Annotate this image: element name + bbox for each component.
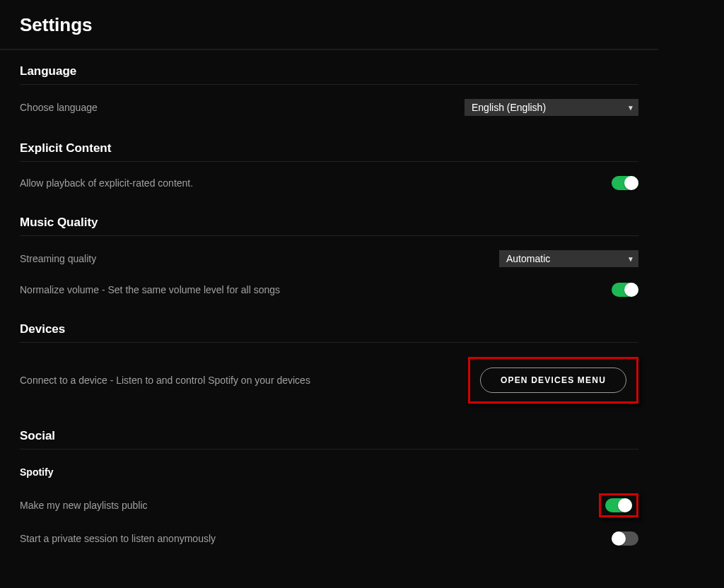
section-title-social: Social [20, 429, 638, 449]
section-title-language: Language [20, 64, 638, 85]
section-music-quality: Music Quality Streaming quality Automati… [20, 216, 638, 302]
highlight-open-devices: OPEN DEVICES MENU [468, 357, 638, 404]
section-title-music-quality: Music Quality [20, 216, 638, 236]
label-public-playlists: Make my new playlists public [20, 500, 148, 511]
streaming-quality-select-value[interactable]: Automatic [499, 250, 638, 267]
row-explicit-allow: Allow playback of explicit-rated content… [20, 162, 638, 196]
label-private-session: Start a private session to listen anonym… [20, 533, 216, 544]
toggle-public-playlists[interactable] [605, 498, 632, 512]
label-explicit-allow: Allow playback of explicit-rated content… [20, 177, 193, 189]
row-connect-device: Connect to a device - Listen to and cont… [20, 343, 638, 409]
section-devices: Devices Connect to a device - Listen to … [20, 322, 638, 409]
toggle-normalize-volume[interactable] [612, 283, 638, 297]
page-title: Settings [20, 14, 638, 36]
section-explicit: Explicit Content Allow playback of expli… [20, 141, 638, 196]
toggle-explicit[interactable] [612, 176, 638, 190]
label-normalize-volume: Normalize volume - Set the same volume l… [20, 284, 280, 295]
section-social: Social Spotify Make my new playlists pub… [20, 429, 638, 551]
row-streaming-quality: Streaming quality Automatic ▼ [20, 236, 638, 273]
language-select[interactable]: English (English) ▼ [465, 99, 638, 116]
row-choose-language: Choose language English (English) ▼ [20, 85, 638, 122]
open-devices-menu-button[interactable]: OPEN DEVICES MENU [480, 368, 626, 393]
sub-title-spotify: Spotify [20, 466, 638, 478]
top-divider [0, 49, 658, 50]
toggle-private-session[interactable] [612, 531, 638, 546]
row-normalize-volume: Normalize volume - Set the same volume l… [20, 273, 638, 302]
row-public-playlists: Make my new playlists public [20, 488, 638, 523]
label-streaming-quality: Streaming quality [20, 253, 96, 264]
highlight-public-playlists [599, 493, 638, 517]
section-language: Language Choose language English (Englis… [20, 64, 638, 122]
section-title-explicit: Explicit Content [20, 141, 638, 162]
label-connect-device: Connect to a device - Listen to and cont… [20, 375, 310, 386]
section-title-devices: Devices [20, 322, 638, 343]
language-select-value[interactable]: English (English) [465, 99, 638, 116]
streaming-quality-select[interactable]: Automatic ▼ [499, 250, 638, 267]
row-private-session: Start a private session to listen anonym… [20, 523, 638, 551]
label-choose-language: Choose language [20, 102, 98, 113]
